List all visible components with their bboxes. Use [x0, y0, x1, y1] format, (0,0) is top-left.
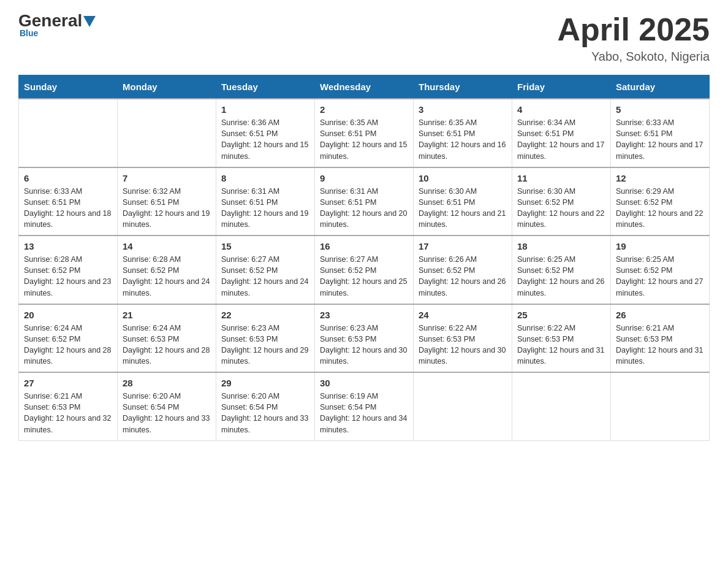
day-number: 3: [419, 104, 507, 115]
day-info: Sunrise: 6:30 AMSunset: 6:51 PMDaylight:…: [419, 186, 507, 231]
day-info: Sunrise: 6:34 AMSunset: 6:51 PMDaylight:…: [517, 117, 605, 162]
calendar-cell: 6Sunrise: 6:33 AMSunset: 6:51 PMDaylight…: [19, 167, 118, 236]
weekday-header-wednesday: Wednesday: [315, 75, 414, 99]
day-info: Sunrise: 6:33 AMSunset: 6:51 PMDaylight:…: [616, 117, 704, 162]
calendar-cell: 7Sunrise: 6:32 AMSunset: 6:51 PMDaylight…: [118, 167, 216, 236]
day-number: 23: [320, 310, 408, 320]
day-info: Sunrise: 6:21 AMSunset: 6:53 PMDaylight:…: [616, 323, 704, 367]
day-info: Sunrise: 6:20 AMSunset: 6:54 PMDaylight:…: [123, 391, 211, 435]
calendar-cell: 2Sunrise: 6:35 AMSunset: 6:51 PMDaylight…: [315, 99, 414, 167]
day-number: 11: [517, 173, 605, 183]
calendar-cell: [414, 372, 512, 440]
calendar-week-row: 13Sunrise: 6:28 AMSunset: 6:52 PMDayligh…: [19, 236, 710, 304]
calendar-cell: [512, 372, 611, 440]
day-info: Sunrise: 6:28 AMSunset: 6:52 PMDaylight:…: [123, 254, 211, 299]
day-number: 17: [419, 241, 507, 251]
day-info: Sunrise: 6:22 AMSunset: 6:53 PMDaylight:…: [517, 323, 605, 367]
day-info: Sunrise: 6:21 AMSunset: 6:53 PMDaylight:…: [24, 391, 112, 435]
calendar-cell: 9Sunrise: 6:31 AMSunset: 6:51 PMDaylight…: [315, 167, 414, 236]
day-info: Sunrise: 6:26 AMSunset: 6:52 PMDaylight:…: [419, 254, 507, 299]
day-info: Sunrise: 6:33 AMSunset: 6:51 PMDaylight:…: [24, 186, 112, 231]
calendar-cell: 11Sunrise: 6:30 AMSunset: 6:52 PMDayligh…: [512, 167, 611, 236]
title-area: April 2025 Yabo, Sokoto, Nigeria: [557, 12, 710, 64]
calendar-cell: 21Sunrise: 6:24 AMSunset: 6:53 PMDayligh…: [118, 304, 216, 373]
day-info: Sunrise: 6:31 AMSunset: 6:51 PMDaylight:…: [221, 186, 309, 231]
day-number: 1: [221, 104, 309, 115]
day-info: Sunrise: 6:24 AMSunset: 6:53 PMDaylight:…: [123, 323, 211, 367]
day-number: 25: [517, 310, 605, 320]
day-number: 20: [24, 310, 112, 320]
calendar-cell: 27Sunrise: 6:21 AMSunset: 6:53 PMDayligh…: [19, 372, 118, 440]
calendar-cell: 29Sunrise: 6:20 AMSunset: 6:54 PMDayligh…: [216, 372, 315, 440]
day-number: 15: [221, 241, 309, 251]
calendar-week-row: 1Sunrise: 6:36 AMSunset: 6:51 PMDaylight…: [19, 99, 710, 167]
logo: General Blue: [18, 12, 96, 38]
calendar-week-row: 27Sunrise: 6:21 AMSunset: 6:53 PMDayligh…: [19, 372, 710, 440]
calendar-cell: 5Sunrise: 6:33 AMSunset: 6:51 PMDaylight…: [611, 99, 710, 167]
day-info: Sunrise: 6:25 AMSunset: 6:52 PMDaylight:…: [517, 254, 605, 299]
calendar-cell: 19Sunrise: 6:25 AMSunset: 6:52 PMDayligh…: [611, 236, 710, 304]
weekday-header-tuesday: Tuesday: [216, 75, 315, 99]
day-info: Sunrise: 6:19 AMSunset: 6:54 PMDaylight:…: [320, 391, 408, 435]
calendar-cell: 24Sunrise: 6:22 AMSunset: 6:53 PMDayligh…: [414, 304, 512, 373]
calendar-cell: 22Sunrise: 6:23 AMSunset: 6:53 PMDayligh…: [216, 304, 315, 373]
weekday-header-friday: Friday: [512, 75, 611, 99]
day-number: 7: [123, 173, 211, 183]
calendar-cell: 23Sunrise: 6:23 AMSunset: 6:53 PMDayligh…: [315, 304, 414, 373]
calendar-cell: [611, 372, 710, 440]
page-header: General Blue April 2025 Yabo, Sokoto, Ni…: [18, 12, 710, 64]
day-info: Sunrise: 6:28 AMSunset: 6:52 PMDaylight:…: [24, 254, 112, 299]
calendar-cell: 28Sunrise: 6:20 AMSunset: 6:54 PMDayligh…: [118, 372, 216, 440]
calendar-body: 1Sunrise: 6:36 AMSunset: 6:51 PMDaylight…: [19, 99, 710, 440]
day-info: Sunrise: 6:35 AMSunset: 6:51 PMDaylight:…: [419, 117, 507, 162]
day-number: 21: [123, 310, 211, 320]
calendar-cell: 17Sunrise: 6:26 AMSunset: 6:52 PMDayligh…: [414, 236, 512, 304]
calendar-cell: [19, 99, 118, 167]
day-number: 26: [616, 310, 704, 320]
calendar-cell: [118, 99, 216, 167]
day-number: 30: [320, 378, 408, 388]
day-info: Sunrise: 6:27 AMSunset: 6:52 PMDaylight:…: [221, 254, 309, 299]
calendar-week-row: 6Sunrise: 6:33 AMSunset: 6:51 PMDaylight…: [19, 167, 710, 236]
calendar-week-row: 20Sunrise: 6:24 AMSunset: 6:52 PMDayligh…: [19, 304, 710, 373]
day-info: Sunrise: 6:23 AMSunset: 6:53 PMDaylight:…: [320, 323, 408, 367]
day-info: Sunrise: 6:29 AMSunset: 6:52 PMDaylight:…: [616, 186, 704, 231]
day-info: Sunrise: 6:22 AMSunset: 6:53 PMDaylight:…: [419, 323, 507, 367]
day-number: 19: [616, 241, 704, 251]
calendar-cell: 26Sunrise: 6:21 AMSunset: 6:53 PMDayligh…: [611, 304, 710, 373]
day-number: 12: [616, 173, 704, 183]
logo-blue-text: Blue: [20, 28, 38, 38]
day-info: Sunrise: 6:31 AMSunset: 6:51 PMDaylight:…: [320, 186, 408, 231]
weekday-header-thursday: Thursday: [414, 75, 512, 99]
day-number: 29: [221, 378, 309, 388]
calendar-subtitle: Yabo, Sokoto, Nigeria: [557, 50, 710, 64]
day-info: Sunrise: 6:23 AMSunset: 6:53 PMDaylight:…: [221, 323, 309, 367]
calendar-cell: 20Sunrise: 6:24 AMSunset: 6:52 PMDayligh…: [19, 304, 118, 373]
calendar-cell: 12Sunrise: 6:29 AMSunset: 6:52 PMDayligh…: [611, 167, 710, 236]
calendar-cell: 1Sunrise: 6:36 AMSunset: 6:51 PMDaylight…: [216, 99, 315, 167]
logo-triangle-icon: [83, 16, 96, 27]
day-number: 6: [24, 173, 112, 183]
calendar-table: SundayMondayTuesdayWednesdayThursdayFrid…: [18, 75, 710, 441]
day-number: 9: [320, 173, 408, 183]
calendar-cell: 14Sunrise: 6:28 AMSunset: 6:52 PMDayligh…: [118, 236, 216, 304]
calendar-cell: 13Sunrise: 6:28 AMSunset: 6:52 PMDayligh…: [19, 236, 118, 304]
calendar-cell: 16Sunrise: 6:27 AMSunset: 6:52 PMDayligh…: [315, 236, 414, 304]
day-info: Sunrise: 6:24 AMSunset: 6:52 PMDaylight:…: [24, 323, 112, 367]
day-number: 13: [24, 241, 112, 251]
day-info: Sunrise: 6:30 AMSunset: 6:52 PMDaylight:…: [517, 186, 605, 231]
day-info: Sunrise: 6:25 AMSunset: 6:52 PMDaylight:…: [616, 254, 704, 299]
day-info: Sunrise: 6:35 AMSunset: 6:51 PMDaylight:…: [320, 117, 408, 162]
calendar-title: April 2025: [557, 12, 710, 47]
calendar-cell: 18Sunrise: 6:25 AMSunset: 6:52 PMDayligh…: [512, 236, 611, 304]
day-number: 16: [320, 241, 408, 251]
calendar-cell: 30Sunrise: 6:19 AMSunset: 6:54 PMDayligh…: [315, 372, 414, 440]
calendar-cell: 4Sunrise: 6:34 AMSunset: 6:51 PMDaylight…: [512, 99, 611, 167]
weekday-header-saturday: Saturday: [611, 75, 710, 99]
calendar-header-row: SundayMondayTuesdayWednesdayThursdayFrid…: [19, 75, 710, 99]
day-number: 14: [123, 241, 211, 251]
calendar-cell: 10Sunrise: 6:30 AMSunset: 6:51 PMDayligh…: [414, 167, 512, 236]
day-number: 2: [320, 104, 408, 115]
day-info: Sunrise: 6:20 AMSunset: 6:54 PMDaylight:…: [221, 391, 309, 435]
calendar-cell: 25Sunrise: 6:22 AMSunset: 6:53 PMDayligh…: [512, 304, 611, 373]
